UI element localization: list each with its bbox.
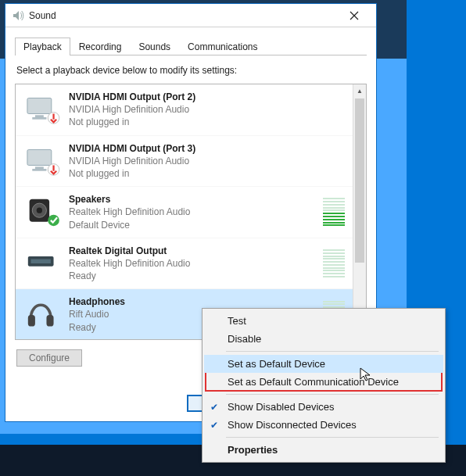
svg-rect-2 <box>32 117 46 120</box>
scroll-thumb[interactable] <box>355 98 364 263</box>
check-icon: ✔ <box>210 420 218 431</box>
menu-item[interactable]: ✔Show Disabled Devices <box>204 398 443 416</box>
device-row[interactable]: Realtek Digital OutputRealtek High Defin… <box>16 238 353 290</box>
svg-rect-4 <box>27 149 52 165</box>
menu-separator <box>226 394 439 395</box>
device-info: SpeakersRealtek High Definition AudioDef… <box>69 193 315 231</box>
titlebar[interactable]: Sound <box>5 4 376 27</box>
device-info: NVIDIA HDMI Output (Port 3)NVIDIA High D… <box>69 142 345 181</box>
device-info: Realtek Digital OutputRealtek High Defin… <box>69 245 315 283</box>
menu-item-label: Set as Default Communication Device <box>228 376 399 388</box>
device-row[interactable]: NVIDIA HDMI Output (Port 2)NVIDIA High D… <box>16 84 353 136</box>
menu-item[interactable]: Disable <box>204 330 443 348</box>
device-row[interactable]: NVIDIA HDMI Output (Port 3)NVIDIA High D… <box>16 136 353 188</box>
configure-button[interactable]: Configure <box>16 349 82 367</box>
svg-rect-1 <box>35 116 44 118</box>
tab-recording[interactable]: Recording <box>70 38 131 55</box>
tab-playback[interactable]: Playback <box>15 38 70 55</box>
device-desc: Realtek High Definition Audio <box>69 206 315 218</box>
device-desc: NVIDIA High Definition Audio <box>69 103 345 116</box>
device-name: NVIDIA HDMI Output (Port 2) <box>69 91 345 103</box>
device-listbox: NVIDIA HDMI Output (Port 2)NVIDIA High D… <box>15 84 367 340</box>
menu-item-label: Disable <box>228 333 261 345</box>
menu-item-label: Test <box>228 315 246 327</box>
level-meter <box>323 249 345 277</box>
menu-separator <box>226 351 439 352</box>
menu-separator <box>226 437 439 438</box>
monitor-icon <box>23 145 61 177</box>
sound-icon <box>12 9 24 22</box>
svg-rect-13 <box>30 259 50 263</box>
device-status: Not plugged in <box>69 116 345 128</box>
menu-item[interactable]: Set as Default Device <box>204 355 443 373</box>
svg-rect-6 <box>32 169 46 171</box>
check-icon: ✔ <box>210 402 218 413</box>
headphones-icon <box>23 299 61 331</box>
device-status: Ready <box>69 270 315 282</box>
tab-sounds[interactable]: Sounds <box>130 38 179 55</box>
svg-rect-14 <box>28 315 35 327</box>
menu-item[interactable]: ✔Show Disconnected Devices <box>204 416 443 434</box>
menu-item[interactable]: Properties <box>204 441 443 459</box>
level-meter <box>323 198 345 226</box>
digital-icon <box>23 248 61 279</box>
instruction-text: Select a playback device below to modify… <box>16 65 365 76</box>
menu-item-label: Properties <box>228 444 278 456</box>
tab-bar: PlaybackRecordingSoundsCommunications <box>15 37 367 55</box>
device-status: Default Device <box>69 219 315 231</box>
device-desc: NVIDIA High Definition Audio <box>69 155 345 167</box>
svg-rect-0 <box>27 98 52 114</box>
scrollbar[interactable]: ▲ ▼ <box>353 84 366 339</box>
menu-item[interactable]: Test <box>204 312 443 330</box>
window-title: Sound <box>29 10 339 21</box>
device-name: Realtek Digital Output <box>69 245 315 257</box>
menu-item-label: Show Disconnected Devices <box>228 419 357 431</box>
menu-item[interactable]: Set as Default Communication Device <box>204 373 443 391</box>
device-name: NVIDIA HDMI Output (Port 3) <box>69 142 345 155</box>
scroll-up-icon[interactable]: ▲ <box>353 84 366 98</box>
svg-point-10 <box>37 208 42 213</box>
tab-communications[interactable]: Communications <box>179 38 266 55</box>
menu-item-label: Show Disabled Devices <box>228 401 335 413</box>
menu-item-label: Set as Default Device <box>228 358 325 370</box>
device-name: Headphones <box>69 295 315 308</box>
svg-rect-5 <box>35 166 44 169</box>
monitor-icon <box>23 94 61 125</box>
device-desc: Realtek High Definition Audio <box>69 257 315 270</box>
device-row[interactable]: SpeakersRealtek High Definition AudioDef… <box>16 187 353 238</box>
device-status: Not plugged in <box>69 167 345 180</box>
device-info: NVIDIA HDMI Output (Port 2)NVIDIA High D… <box>69 91 345 129</box>
speaker-icon <box>23 196 61 227</box>
device-name: Speakers <box>69 193 315 206</box>
svg-rect-15 <box>46 315 53 327</box>
close-button[interactable] <box>339 5 370 27</box>
context-menu: TestDisableSet as Default DeviceSet as D… <box>202 308 446 463</box>
